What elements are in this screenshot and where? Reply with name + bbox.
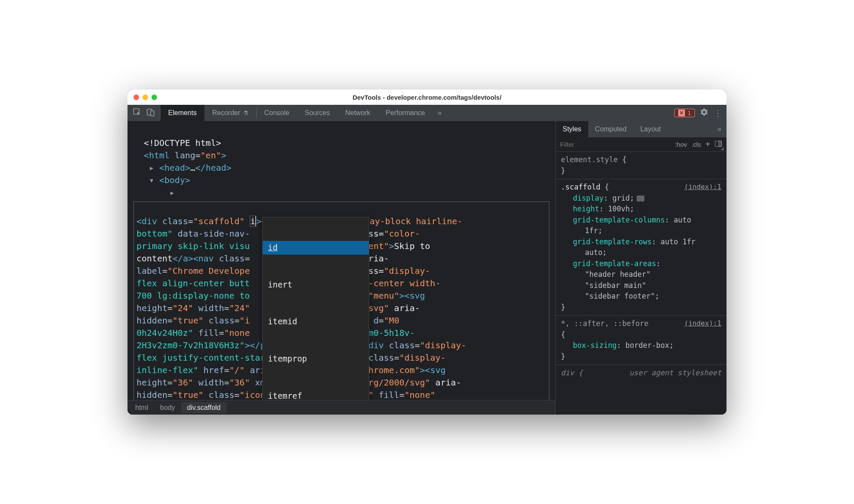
style-rule[interactable]: element.style { }: [556, 152, 726, 179]
error-x-icon: ✕: [678, 110, 685, 116]
window-title: DevTools - developer.chrome.com/tags/dev…: [128, 94, 726, 101]
tab-computed[interactable]: Computed: [588, 121, 634, 137]
edit-as-html-box[interactable]: <div class="scaffold" i><top-nav class="…: [133, 202, 549, 400]
tab-console[interactable]: Console: [257, 105, 297, 121]
grid-badge-icon[interactable]: [637, 196, 644, 202]
main-tabbar: Elements Recorder ⚗ Console Sources Netw…: [128, 105, 726, 121]
dom-tree[interactable]: <!DOCTYPE html> <html lang="en"> ▸ <head…: [128, 121, 555, 400]
attribute-autocomplete[interactable]: id inert itemid itemprop itemref itemsco…: [262, 217, 369, 400]
flask-icon: ⚗: [243, 110, 249, 116]
new-style-rule-icon[interactable]: +: [705, 139, 710, 149]
styles-filter-input[interactable]: [560, 141, 670, 148]
styles-rules: element.style { } (index):1 .scaffold { …: [556, 152, 726, 415]
hov-toggle[interactable]: :hov: [675, 141, 687, 148]
tab-elements[interactable]: Elements: [160, 105, 205, 121]
tab-recorder[interactable]: Recorder ⚗: [205, 105, 256, 121]
tabs-overflow[interactable]: »: [433, 105, 447, 121]
devtools-window: DevTools - developer.chrome.com/tags/dev…: [128, 89, 726, 415]
gear-icon[interactable]: [700, 108, 709, 119]
error-badge[interactable]: ✕1: [674, 109, 695, 117]
style-rule[interactable]: user agent stylesheet div {: [556, 365, 726, 381]
tab-network[interactable]: Network: [338, 105, 378, 121]
tab-sources[interactable]: Sources: [297, 105, 338, 121]
kebab-icon[interactable]: ⋮: [714, 108, 722, 118]
tab-performance[interactable]: Performance: [378, 105, 433, 121]
tab-layout[interactable]: Layout: [633, 121, 667, 137]
styles-sidebar: Styles Computed Layout » :hov .cls + ◢ e…: [555, 121, 726, 415]
user-agent-label: user agent stylesheet: [629, 368, 721, 379]
autocomplete-item[interactable]: id: [263, 241, 369, 255]
resize-handle-icon[interactable]: ◢: [721, 146, 724, 151]
cls-toggle[interactable]: .cls: [691, 141, 701, 148]
styles-tabbar: Styles Computed Layout »: [556, 121, 726, 137]
crumb-html[interactable]: html: [129, 402, 154, 413]
crumb-body[interactable]: body: [154, 402, 181, 413]
tab-styles[interactable]: Styles: [556, 121, 588, 137]
titlebar: DevTools - developer.chrome.com/tags/dev…: [128, 89, 726, 105]
styles-filter-bar: :hov .cls + ◢: [556, 137, 726, 152]
device-toggle-icon[interactable]: [146, 108, 155, 118]
style-source-link[interactable]: (index):1: [684, 182, 721, 192]
style-rule[interactable]: (index):1 .scaffold { display: grid; hei…: [556, 179, 726, 316]
autocomplete-item[interactable]: itemref: [263, 389, 369, 400]
crumb-div-scaffold[interactable]: div.scaffold: [181, 402, 227, 413]
autocomplete-item[interactable]: itemid: [263, 315, 369, 329]
styles-tabs-overflow[interactable]: »: [712, 121, 726, 137]
svg-rect-2: [151, 111, 154, 116]
autocomplete-item[interactable]: inert: [263, 278, 369, 292]
elements-panel: <!DOCTYPE html> <html lang="en"> ▸ <head…: [128, 121, 555, 415]
inspect-icon[interactable]: [133, 108, 141, 118]
style-source-link[interactable]: (index):1: [684, 318, 721, 329]
style-rule[interactable]: (index):1 *, ::after, ::before{ box-sizi…: [556, 316, 726, 365]
breadcrumb: html body div.scaffold: [128, 400, 555, 415]
autocomplete-item[interactable]: itemprop: [263, 352, 369, 366]
